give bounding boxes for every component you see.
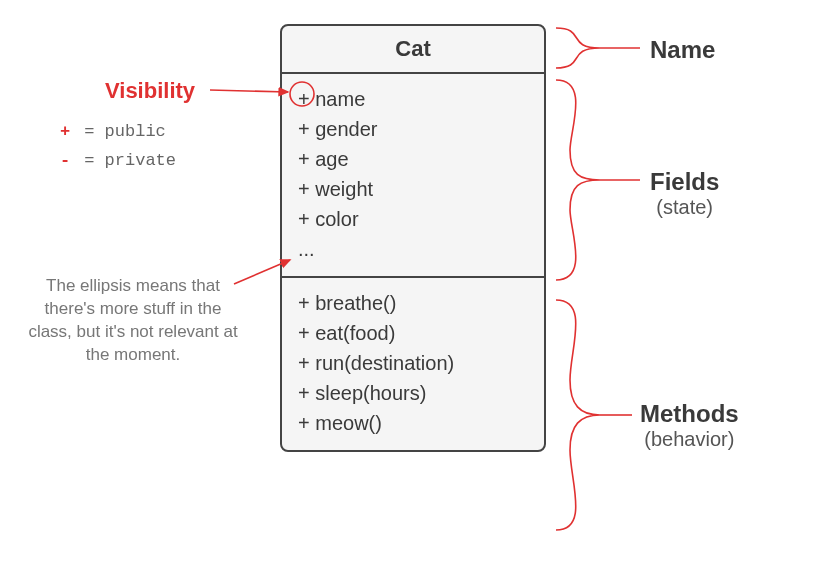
legend-equals: = xyxy=(84,151,94,170)
field-name: weight xyxy=(315,178,373,200)
uml-field-row: + weight xyxy=(298,174,528,204)
uml-class-box: Cat + name + gender + age + weight + col… xyxy=(280,24,546,452)
label-fields-title: Fields xyxy=(650,168,719,196)
uml-field-row: + color xyxy=(298,204,528,234)
visibility-symbol: + xyxy=(298,88,310,110)
visibility-symbol: + xyxy=(298,322,310,344)
uml-methods-section: + breathe() + eat(food) + run(destinatio… xyxy=(282,278,544,450)
legend-equals: = xyxy=(84,122,94,141)
visibility-symbol: + xyxy=(298,208,310,230)
label-fields-subtitle: (state) xyxy=(650,196,719,219)
visibility-symbol: + xyxy=(298,118,310,140)
legend-private: - = private xyxy=(60,147,176,176)
legend-public-symbol: + xyxy=(60,118,74,147)
field-name: age xyxy=(315,148,348,170)
uml-field-row: + name xyxy=(298,84,528,114)
visibility-symbol: + xyxy=(298,292,310,314)
legend-private-symbol: - xyxy=(60,147,74,176)
label-methods: Methods (behavior) xyxy=(640,400,739,451)
visibility-symbol: + xyxy=(298,352,310,374)
visibility-symbol: + xyxy=(298,148,310,170)
uml-field-row: + age xyxy=(298,144,528,174)
label-visibility: Visibility xyxy=(105,78,195,104)
method-signature: eat(food) xyxy=(315,322,395,344)
uml-method-row: + run(destination) xyxy=(298,348,528,378)
uml-class-name: Cat xyxy=(282,26,544,74)
uml-method-row: + breathe() xyxy=(298,288,528,318)
brace-methods-icon xyxy=(556,300,600,530)
uml-field-ellipsis: ... xyxy=(298,234,528,264)
label-methods-subtitle: (behavior) xyxy=(640,428,739,451)
legend-public-word: public xyxy=(105,122,166,141)
uml-method-row: + eat(food) xyxy=(298,318,528,348)
legend-public: + = public xyxy=(60,118,176,147)
uml-field-row: + gender xyxy=(298,114,528,144)
method-signature: meow() xyxy=(315,412,382,434)
visibility-legend: + = public - = private xyxy=(60,118,176,176)
visibility-symbol: + xyxy=(298,178,310,200)
label-fields: Fields (state) xyxy=(650,168,719,219)
brace-fields-icon xyxy=(556,80,600,280)
method-signature: breathe() xyxy=(315,292,396,314)
visibility-symbol: + xyxy=(298,412,310,434)
legend-private-word: private xyxy=(105,151,176,170)
field-name: gender xyxy=(315,118,377,140)
label-methods-title: Methods xyxy=(640,400,739,428)
label-name-title: Name xyxy=(650,36,715,64)
label-name: Name xyxy=(650,36,715,64)
uml-method-row: + sleep(hours) xyxy=(298,378,528,408)
uml-method-row: + meow() xyxy=(298,408,528,438)
field-name: name xyxy=(315,88,365,110)
note-ellipsis: The ellipsis means that there's more stu… xyxy=(28,275,238,367)
arrow-visibility-icon xyxy=(210,90,288,92)
method-signature: sleep(hours) xyxy=(315,382,426,404)
field-name: color xyxy=(315,208,358,230)
method-signature: run(destination) xyxy=(315,352,454,374)
uml-fields-section: + name + gender + age + weight + color .… xyxy=(282,74,544,278)
visibility-symbol: + xyxy=(298,382,310,404)
brace-name-icon xyxy=(556,28,600,68)
